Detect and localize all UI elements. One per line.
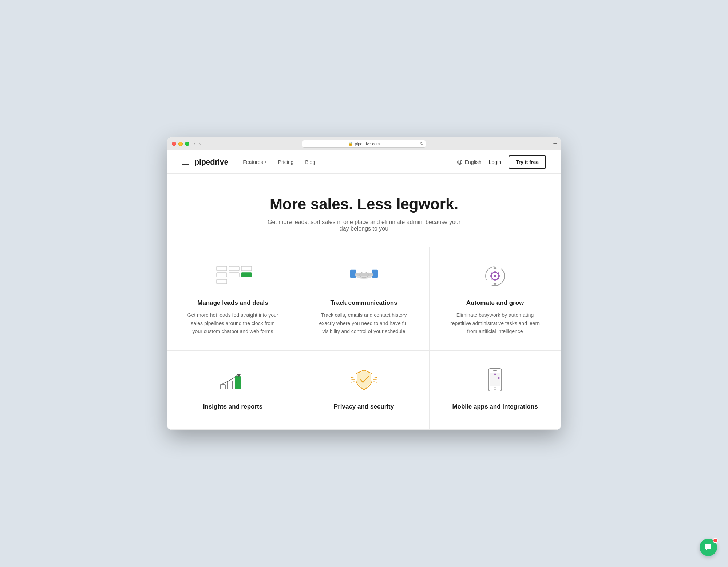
- maximize-button[interactable]: [185, 142, 189, 146]
- lock-icon: 🔒: [348, 142, 353, 146]
- url-text: pipedrive.com: [355, 142, 380, 146]
- automate-grow-icon: [441, 261, 549, 291]
- manage-leads-icon: [179, 261, 286, 291]
- feature-desc-track-communications: Track calls, emails and contact history …: [317, 311, 411, 335]
- mac-window: ‹ › 🔒 pipedrive.com ↻ + pipedrive Featur…: [167, 137, 561, 429]
- chevron-down-icon: ▾: [265, 160, 266, 164]
- back-button[interactable]: ‹: [192, 140, 197, 147]
- svg-rect-24: [496, 278, 499, 280]
- feature-title-automate-grow: Automate and grow: [441, 299, 549, 307]
- features-nav-link[interactable]: Features ▾: [243, 159, 266, 165]
- hero-subtitle: Get more leads, sort sales in one place …: [262, 219, 466, 232]
- track-communications-icon: [310, 261, 418, 291]
- svg-rect-8: [217, 273, 227, 277]
- mobile-apps-icon: [441, 365, 549, 394]
- svg-point-18: [494, 275, 496, 277]
- pricing-nav-link[interactable]: Pricing: [278, 159, 294, 165]
- svg-rect-23: [491, 272, 493, 275]
- nav-right: English Login Try it free: [457, 155, 546, 169]
- svg-rect-27: [220, 385, 225, 389]
- traffic-lights: [172, 142, 189, 146]
- svg-rect-26: [497, 272, 499, 275]
- hamburger-line: [182, 164, 189, 165]
- hamburger-line: [182, 160, 189, 160]
- svg-rect-7: [241, 266, 252, 271]
- feature-title-track-communications: Track communications: [310, 299, 418, 307]
- svg-rect-19: [494, 271, 496, 273]
- blog-nav-link[interactable]: Blog: [305, 159, 315, 165]
- svg-rect-10: [241, 273, 252, 277]
- svg-rect-20: [494, 279, 496, 281]
- svg-rect-28: [228, 381, 233, 389]
- title-bar: ‹ › 🔒 pipedrive.com ↻ +: [167, 137, 561, 150]
- globe-icon: [457, 159, 463, 165]
- svg-rect-29: [235, 376, 241, 389]
- chat-icon: [704, 543, 713, 552]
- svg-line-31: [351, 377, 354, 378]
- svg-rect-9: [229, 273, 239, 277]
- svg-rect-21: [490, 275, 492, 277]
- forward-button[interactable]: ›: [198, 140, 202, 147]
- privacy-security-icon: [310, 365, 418, 394]
- hero-section: More sales. Less legwork. Get more leads…: [167, 174, 561, 247]
- svg-rect-6: [229, 266, 239, 271]
- close-button[interactable]: [172, 142, 176, 146]
- feature-desc-automate-grow: Eliminate busywork by automating repetit…: [448, 311, 542, 335]
- feature-desc-manage-leads: Get more hot leads fed straight into you…: [186, 311, 280, 335]
- logo[interactable]: pipedrive: [194, 157, 228, 167]
- chat-notification-badge: [713, 538, 718, 543]
- svg-line-34: [374, 377, 377, 378]
- svg-rect-25: [491, 278, 493, 280]
- svg-rect-22: [498, 275, 500, 277]
- browser-content: pipedrive Features ▾ Pricing Blog: [167, 150, 561, 429]
- svg-line-32: [351, 382, 354, 382]
- feature-title-mobile-apps: Mobile apps and integrations: [441, 403, 549, 410]
- try-free-button[interactable]: Try it free: [509, 155, 546, 169]
- hamburger-line: [182, 162, 189, 162]
- address-bar[interactable]: 🔒 pipedrive.com ↻: [302, 140, 426, 148]
- feature-card-mobile-apps: Mobile apps and integrations: [430, 351, 561, 430]
- new-tab-button[interactable]: +: [553, 141, 557, 147]
- insights-reports-icon: [179, 365, 286, 394]
- feature-card-automate-grow: Automate and grow Eliminate busywork by …: [430, 247, 561, 350]
- svg-point-38: [494, 387, 496, 389]
- chat-widget[interactable]: [700, 539, 717, 556]
- feature-card-privacy-security: Privacy and security: [298, 351, 430, 430]
- nav-arrows: ‹ ›: [192, 140, 202, 147]
- nav-links: Features ▾ Pricing Blog: [243, 159, 456, 165]
- hero-title: More sales. Less legwork.: [182, 196, 546, 213]
- svg-rect-5: [217, 266, 227, 271]
- feature-title-insights-reports: Insights and reports: [179, 403, 286, 410]
- reload-icon[interactable]: ↻: [420, 141, 423, 146]
- feature-card-manage-leads: Manage leads and deals Get more hot lead…: [167, 247, 298, 350]
- login-button[interactable]: Login: [489, 159, 501, 165]
- feature-card-track-communications: Track communications Track calls, emails…: [298, 247, 430, 350]
- site-nav: pipedrive Features ▾ Pricing Blog: [167, 150, 561, 174]
- svg-line-35: [374, 382, 377, 382]
- svg-rect-11: [217, 279, 227, 284]
- features-grid: Manage leads and deals Get more hot lead…: [167, 247, 561, 429]
- feature-title-privacy-security: Privacy and security: [310, 403, 418, 410]
- feature-card-insights-reports: Insights and reports: [167, 351, 298, 430]
- language-selector[interactable]: English: [457, 159, 482, 165]
- language-label: English: [465, 159, 482, 165]
- hamburger-menu[interactable]: [182, 160, 189, 165]
- minimize-button[interactable]: [178, 142, 183, 146]
- feature-title-manage-leads: Manage leads and deals: [179, 299, 286, 307]
